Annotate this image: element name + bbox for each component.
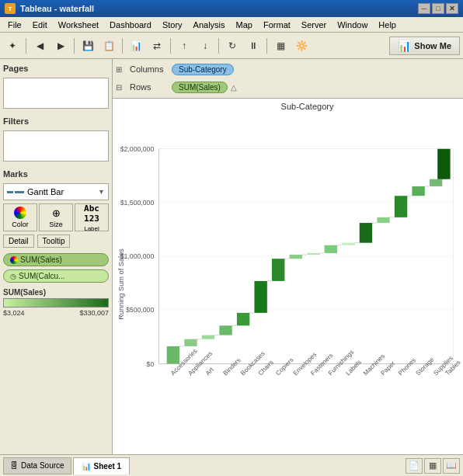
chart-svg: Running Sum of Sales $0 $500,000 $1,000,… (113, 114, 463, 454)
toolbar-separator-4 (170, 38, 171, 54)
sort-desc-button[interactable]: ↓ (196, 36, 214, 55)
sum-calc-pill[interactable]: ◷ SUM(Calcu... (3, 269, 109, 283)
bar-copiers (272, 259, 284, 281)
bottom-buttons: 📄 ▦ 📖 (406, 458, 460, 474)
bar-supplies (430, 179, 442, 186)
gantt-bar-icon (7, 191, 24, 193)
pause-button[interactable]: ⏸ (244, 36, 263, 55)
svg-text:$1,000,000: $1,000,000 (120, 252, 155, 260)
marks-type-dropdown[interactable]: Gantt Bar ▼ (3, 183, 109, 200)
toolbar-separator (26, 38, 26, 54)
color-label: Color (12, 221, 29, 228)
menu-map[interactable]: Map (232, 19, 257, 31)
label-button[interactable]: Abc123 Label (75, 203, 109, 231)
color-button[interactable]: Color (3, 203, 37, 231)
toolbar: ✦ ◀ ▶ 💾 📋 📊 ⇄ ↑ ↓ ↻ ⏸ ▦ 🔆 📊 Show Me (0, 33, 463, 59)
menu-dashboard[interactable]: Dashboard (105, 19, 156, 31)
show-me-label: Show Me (414, 41, 451, 50)
data-source-tab[interactable]: 🗄 Data Source (3, 457, 71, 474)
sum-sales-pill[interactable]: SUM(Sales) (3, 253, 109, 266)
detail-button[interactable]: Detail (3, 235, 34, 248)
chart-title: Sub-Category (151, 99, 463, 111)
marks-buttons-grid: Color ⊕ Size Abc123 Label (3, 203, 109, 231)
bar-art (202, 335, 214, 339)
tooltip-button[interactable]: Tooltip (37, 235, 71, 248)
label-icon: Abc123 (84, 203, 99, 224)
right-content: ⊞ Columns Sub-Category ⊟ Rows SUM(Sales)… (113, 59, 463, 454)
app-icon: T (5, 3, 16, 14)
present-button[interactable]: ▦ (271, 36, 290, 55)
new-dashboard-button[interactable]: ▦ (424, 458, 441, 474)
new-button[interactable]: ✦ (3, 36, 22, 55)
bar-bookcases (237, 313, 249, 325)
legend-range: $3,024 $330,007 (3, 309, 109, 317)
toolbar-separator-3 (122, 38, 123, 54)
new-worksheet-button[interactable]: 📄 (406, 458, 423, 474)
menu-format[interactable]: Format (259, 19, 295, 31)
pills-container: SUM(Sales) ◷ SUM(Calcu... (3, 251, 109, 285)
sheet-label: Sheet 1 (94, 462, 122, 471)
close-button[interactable]: ✕ (446, 3, 458, 14)
menu-edit[interactable]: Edit (28, 19, 52, 31)
refresh-button[interactable]: ↻ (223, 36, 242, 55)
rows-pill[interactable]: SUM(Sales) (172, 82, 228, 93)
bar-paper (377, 217, 389, 223)
save-button[interactable]: 💾 (78, 36, 97, 55)
sheet-tab[interactable]: 📊 Sheet 1 (73, 457, 131, 474)
swap-button[interactable]: ⇄ (148, 36, 166, 55)
highlight-button[interactable]: 🔆 (292, 36, 311, 55)
bar-chairs (254, 281, 266, 313)
svg-text:$2,000,000: $2,000,000 (120, 145, 155, 153)
pill-circle-icon (10, 256, 18, 264)
bar-fasteners (307, 253, 319, 255)
main-content: Pages Filters Marks Gantt Bar ▼ (0, 59, 463, 454)
bar-envelopes (290, 255, 302, 259)
size-button[interactable]: ⊕ Size (39, 203, 73, 231)
menu-server[interactable]: Server (297, 19, 331, 31)
menu-story[interactable]: Story (158, 19, 187, 31)
legend-title: SUM(Sales) (3, 288, 109, 297)
label-label: Label (84, 225, 99, 232)
title-bar: T Tableau - waterfall ─ □ ✕ (0, 0, 463, 17)
sort-asc-button[interactable]: ↑ (175, 36, 193, 55)
chart-type-button[interactable]: 📊 (127, 36, 145, 55)
bar-phones (395, 196, 407, 217)
marks-type-label: Gantt Bar (27, 187, 64, 196)
menu-analysis[interactable]: Analysis (189, 19, 230, 31)
color-icon (14, 207, 26, 219)
marks-section: Marks Gantt Bar ▼ Color ⊕ (3, 168, 109, 317)
menu-help[interactable]: Help (374, 19, 401, 31)
forward-button[interactable]: ▶ (51, 36, 70, 55)
bar-furnishings (325, 245, 337, 253)
columns-icon: ⊞ (116, 65, 127, 74)
duplicate-button[interactable]: 📋 (99, 36, 118, 55)
rows-shelf: ⊟ Rows SUM(Sales) △ (116, 78, 460, 96)
menu-bar: File Edit Worksheet Dashboard Story Anal… (0, 17, 463, 33)
columns-shelf: ⊞ Columns Sub-Category (116, 61, 460, 78)
columns-label: Columns (130, 64, 169, 74)
bar-binders (219, 325, 232, 335)
marks-label: Marks (3, 168, 109, 180)
dropdown-arrow-icon: ▼ (98, 188, 105, 196)
back-button[interactable]: ◀ (30, 36, 49, 55)
menu-window[interactable]: Window (332, 19, 372, 31)
minimize-button[interactable]: ─ (418, 3, 430, 14)
rows-delta: △ (231, 83, 237, 92)
menu-file[interactable]: File (3, 19, 26, 31)
new-story-button[interactable]: 📖 (443, 458, 460, 474)
legend-min: $3,024 (3, 309, 25, 317)
chart-area: Sub-Category Running Sum of Sales $0 $50… (113, 99, 463, 454)
size-icon: ⊕ (52, 207, 61, 219)
maximize-button[interactable]: □ (432, 3, 444, 14)
filters-label: Filters (3, 115, 109, 127)
bar-tables (437, 149, 450, 179)
columns-pill[interactable]: Sub-Category (172, 64, 234, 75)
marks-detail-row: Detail Tooltip (3, 235, 109, 248)
pages-label: Pages (3, 62, 109, 75)
filters-box (3, 130, 109, 162)
left-panel: Pages Filters Marks Gantt Bar ▼ (0, 59, 113, 454)
show-me-button[interactable]: 📊 Show Me (389, 36, 460, 55)
size-label: Size (49, 221, 63, 228)
bar-storage (412, 186, 424, 196)
menu-worksheet[interactable]: Worksheet (54, 19, 103, 31)
